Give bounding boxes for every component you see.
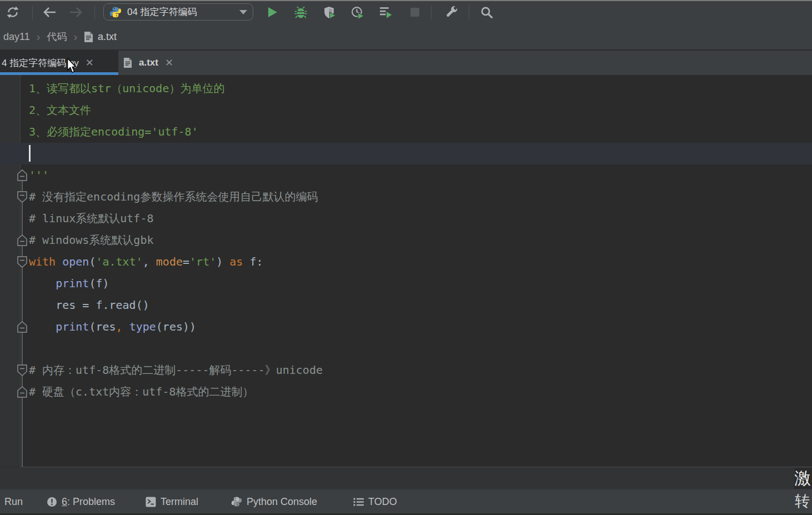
code-token: 'a.txt' (96, 255, 142, 268)
back-button[interactable] (42, 5, 57, 19)
toolbar-separator (469, 6, 469, 19)
run-with-coverage-button[interactable] (322, 5, 336, 19)
code-token: 'rt' (189, 255, 216, 268)
toolwindow-todo[interactable]: TODO (353, 489, 397, 514)
terminal-icon (146, 497, 156, 507)
code-line[interactable]: # 硬盘（c.txt内容：utf-8格式的二进制） (0, 381, 812, 403)
breadcrumb-item-day11[interactable]: day11 (3, 31, 30, 43)
back-arrow-icon (42, 6, 57, 18)
toolwindow-terminal[interactable]: Terminal (146, 489, 198, 514)
breadcrumb: day11 › 代码 › a.txt (0, 24, 812, 51)
notification-fragment-bottom[interactable]: 转 (795, 491, 810, 511)
python-console-label: Python Console (247, 496, 317, 508)
fold-marker-up[interactable] (16, 168, 28, 182)
fold-marker-up[interactable] (16, 233, 28, 247)
chevron-down-icon (239, 10, 247, 14)
settings-button[interactable] (444, 5, 458, 19)
tab-a-txt[interactable]: a.txt ✕ (123, 51, 194, 75)
fold-marker-down[interactable] (16, 190, 28, 204)
stop-square-icon (408, 6, 422, 19)
profile-button[interactable] (350, 5, 364, 19)
breadcrumb-separator: › (73, 31, 77, 43)
breadcrumb-item-folder[interactable]: 代码 (47, 30, 67, 43)
editor-tab-bar: 4 指定字符编码.py ✕ a.txt ✕ (0, 51, 812, 75)
code-token: , (143, 255, 156, 268)
code-token: # 没有指定encoding参数操作系统会使用自己默认的编码 (29, 190, 318, 203)
code-line[interactable]: # linux系统默认utf-8 (0, 208, 812, 229)
debug-button[interactable] (293, 5, 308, 19)
search-icon (480, 6, 494, 19)
problems-label: 6: Problems (62, 496, 115, 508)
toolwindow-problems[interactable]: 6: Problems (47, 489, 115, 514)
todo-list-icon (353, 497, 364, 507)
close-icon[interactable]: ✕ (86, 57, 94, 69)
fold-marker-down[interactable] (16, 363, 28, 377)
code-token: print (56, 320, 89, 333)
sync-button[interactable] (6, 5, 20, 19)
code-line[interactable]: # windows系统默认gbk (0, 229, 812, 251)
code-line[interactable]: print(f) (0, 273, 812, 294)
code-token: as (229, 255, 243, 268)
code-editor[interactable]: 1、读写都以str（unicode）为单位的2、文本文件3、必须指定encodi… (0, 75, 812, 467)
code-line[interactable]: print(res, type(res)) (0, 316, 812, 338)
run-configuration-select[interactable]: 04 指定字符编码 (103, 3, 253, 21)
lower-strip (0, 467, 812, 489)
code-token: , (116, 320, 129, 333)
python-logo-icon (109, 6, 122, 18)
profiler-clock-icon (350, 6, 364, 19)
code-line[interactable]: res = f.read() (0, 294, 812, 316)
stop-button[interactable] (408, 5, 422, 19)
bug-icon (294, 6, 308, 19)
code-token: ) (216, 255, 229, 268)
run-configurations-button[interactable] (378, 5, 393, 19)
fold-marker-up[interactable] (16, 385, 28, 399)
code-line[interactable]: # 没有指定encoding参数操作系统会使用自己默认的编码 (0, 186, 812, 208)
code-token: open (62, 255, 89, 268)
pycharm-window: 04 指定字符编码 (0, 0, 812, 515)
todo-label: TODO (368, 496, 397, 508)
close-icon[interactable]: ✕ (165, 57, 173, 69)
code-line[interactable]: ''' (0, 164, 812, 186)
fold-rail (0, 75, 33, 467)
run-toolwindow-label: Run (4, 496, 23, 508)
notification-fragment-top[interactable]: 激 (794, 468, 812, 489)
error-icon (47, 497, 57, 507)
code-line[interactable]: 1、读写都以str（unicode）为单位的 (0, 78, 812, 99)
code-token: ( (89, 255, 96, 268)
mouse-cursor (66, 58, 78, 74)
code-token: (res (89, 320, 116, 333)
run-list-icon (379, 6, 393, 19)
code-token: 3、必须指定encoding='utf-8' (29, 125, 198, 138)
code-line[interactable]: # 内存：utf-8格式的二进制-----解码-----》unicode (0, 359, 812, 381)
run-button[interactable] (265, 5, 279, 19)
forward-arrow-icon (69, 6, 83, 18)
fold-marker-down[interactable] (16, 255, 28, 269)
terminal-label: Terminal (161, 496, 198, 508)
breadcrumb-item-file[interactable]: a.txt (98, 31, 117, 43)
run-config-label: 04 指定字符编码 (127, 6, 236, 18)
code-token: with (29, 255, 62, 268)
code-line[interactable]: 2、文本文件 (0, 99, 812, 121)
search-everywhere-button[interactable] (479, 5, 494, 19)
tab-python-file[interactable]: 4 指定字符编码.py ✕ (0, 51, 118, 75)
toolwindow-python-console[interactable]: Python Console (231, 489, 317, 514)
code-line[interactable]: with open('a.txt', mode='rt') as f: (0, 251, 812, 273)
code-token: # 硬盘（c.txt内容：utf-8格式的二进制） (29, 385, 254, 398)
code-line[interactable] (0, 143, 812, 164)
code-line[interactable] (0, 338, 812, 359)
wrench-icon (444, 6, 458, 19)
code-token: 1、读写都以str（unicode）为单位的 (29, 82, 224, 95)
code-token: f: (243, 255, 263, 268)
toolwindow-run[interactable]: Run (4, 489, 23, 514)
code-token: # 内存：utf-8格式的二进制-----解码-----》unicode (29, 363, 323, 377)
main-toolbar: 04 指定字符编码 (0, 1, 812, 24)
sync-icon (6, 6, 19, 19)
code-token: = (183, 255, 189, 268)
code-line[interactable]: 3、必须指定encoding='utf-8' (0, 121, 812, 143)
code-token: (res)) (156, 320, 196, 333)
fold-marker-up[interactable] (16, 320, 28, 334)
text-file-icon (123, 57, 132, 68)
forward-button[interactable] (69, 5, 83, 19)
code-area: 1、读写都以str（unicode）为单位的2、文本文件3、必须指定encodi… (0, 78, 812, 403)
toolbar-separator (431, 6, 432, 19)
